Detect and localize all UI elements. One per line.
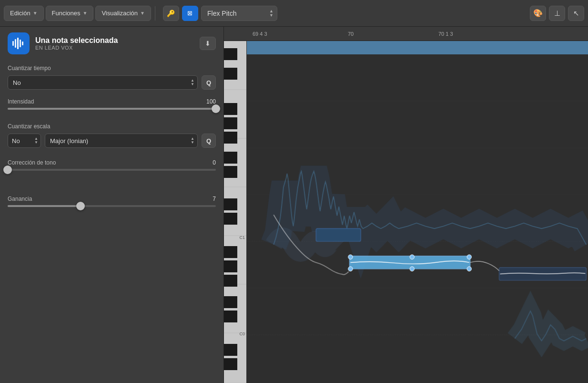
funciones-menu[interactable]: Funciones ▼	[46, 6, 94, 21]
svg-rect-2	[17, 38, 19, 49]
svg-rect-4	[22, 41, 23, 45]
intensidad-slider[interactable]	[8, 108, 216, 110]
piano-wave-area: C1 C0	[224, 41, 588, 383]
waveform-area[interactable]	[247, 41, 588, 383]
svg-rect-19	[224, 152, 237, 164]
flex-mode-btn[interactable]: ⊠	[182, 6, 198, 21]
pitch-block-1	[316, 228, 361, 241]
correccion-thumb[interactable]	[3, 166, 12, 174]
key-icon: 🔑	[167, 10, 175, 17]
ganancia-slider[interactable]	[8, 205, 216, 207]
ruler-mark-1: 70	[348, 31, 354, 37]
panel-header: Una nota seleccionada en LEAD VOX ⬇	[8, 32, 216, 54]
cuantizar-escala-label: Cuantizar escala	[8, 123, 216, 130]
top-toolbar: Edición ▼ Funciones ▼ Visualización ▼ 🔑 …	[0, 0, 588, 27]
correccion-label: Corrección de tono	[8, 159, 56, 166]
svg-rect-22	[224, 213, 237, 225]
svg-rect-26	[224, 296, 237, 308]
flex-pitch-select[interactable]: Flex Pitch	[201, 6, 277, 21]
cuantizar-tiempo-wrapper: No ▲▼	[8, 75, 198, 90]
scale-type-select[interactable]: Major (Ionian)	[45, 134, 198, 148]
flex-pitch-wrapper: Flex Pitch ▲▼	[201, 6, 277, 21]
edicion-label: Edición	[10, 10, 30, 17]
q-button-tiempo[interactable]: Q	[202, 75, 216, 90]
waveform-main-svg	[247, 54, 588, 383]
control-dot-3	[467, 255, 471, 259]
control-dot-4	[348, 267, 353, 271]
ruler-label-0: 69 4 3	[253, 31, 267, 37]
scale-row: No ▲▼ Major (Ionian) ▲▼ Q	[8, 134, 216, 148]
svg-rect-27	[224, 311, 237, 322]
intensidad-label: Intensidad	[8, 98, 34, 105]
cuantizar-tiempo-select[interactable]: No	[8, 75, 198, 90]
piano-keyboard: C1 C0	[224, 41, 247, 383]
control-dot-5	[410, 267, 414, 271]
funciones-label: Funciones	[52, 10, 81, 17]
visualizacion-chevron: ▼	[140, 10, 145, 16]
svg-rect-28	[224, 344, 237, 356]
ruler-label-1: 70	[348, 31, 354, 37]
scale-type-wrapper: Major (Ionian) ▲▼	[45, 134, 198, 148]
visualizacion-label: Visualización	[101, 10, 138, 17]
control-dot-6	[467, 267, 471, 271]
toolbar-right: 🎨 ⊥ ↖	[530, 6, 584, 21]
left-panel: Una nota seleccionada en LEAD VOX ⬇ Cuan…	[0, 27, 224, 383]
correccion-slider[interactable]	[8, 169, 216, 171]
correccion-label-row: Corrección de tono 0	[8, 159, 216, 166]
correccion-section: Corrección de tono 0	[8, 159, 216, 171]
main-content: Una nota seleccionada en LEAD VOX ⬇ Cuan…	[0, 27, 588, 383]
svg-rect-16	[224, 103, 237, 115]
ruler-mark-0: 69 4 3	[253, 31, 267, 37]
correccion-value: 0	[213, 159, 216, 166]
q-button-escala[interactable]: Q	[202, 134, 216, 148]
svg-rect-17	[224, 117, 237, 129]
ganancia-label: Ganancia	[8, 196, 32, 202]
ganancia-label-row: Ganancia 7	[8, 196, 216, 202]
ganancia-thumb[interactable]	[76, 202, 85, 210]
edicion-chevron: ▼	[33, 10, 38, 16]
ruler-label-2: 70 1 3	[438, 31, 453, 37]
region-bar	[247, 41, 588, 54]
cuantizar-escala-section: Cuantizar escala No ▲▼ Major (Ionian) ▲▼…	[8, 121, 216, 148]
svg-rect-24	[224, 260, 237, 272]
control-dot-1	[348, 255, 353, 259]
key-icon-btn[interactable]: 🔑	[163, 6, 179, 21]
svg-rect-25	[224, 275, 237, 287]
edicion-menu[interactable]: Edición ▼	[4, 6, 44, 21]
svg-rect-29	[224, 358, 237, 370]
svg-rect-3	[20, 40, 21, 47]
cursor-icon: ↖	[573, 9, 579, 18]
intensidad-value: 100	[206, 98, 216, 105]
palette-icon: 🎨	[533, 9, 543, 18]
svg-rect-14	[224, 48, 237, 60]
panel-title: Una nota seleccionada	[35, 36, 118, 45]
split-icon: ⊥	[554, 9, 560, 18]
cuantizar-tiempo-label: Cuantizar tiempo	[8, 65, 216, 72]
cuantizar-tiempo-section: Cuantizar tiempo No ▲▼ Q	[8, 63, 216, 98]
piano-svg: C1 C0	[224, 41, 247, 383]
intensidad-label-row: Intensidad 100	[8, 98, 216, 105]
quantize-time-row: No ▲▼ Q	[8, 75, 216, 90]
download-button[interactable]: ⬇	[200, 37, 216, 50]
flex-pitch-group: 🔑 ⊠ Flex Pitch ▲▼	[163, 6, 277, 21]
funciones-chevron: ▼	[83, 10, 88, 16]
scale-no-select[interactable]: No	[8, 134, 41, 148]
c1-label: C1	[239, 235, 245, 240]
flex-icon: ⊠	[187, 10, 193, 17]
svg-rect-21	[224, 198, 237, 210]
svg-rect-20	[224, 166, 237, 178]
intensidad-thumb[interactable]	[212, 104, 220, 113]
timeline-ruler: 69 4 3 70 70 1 3	[224, 27, 588, 41]
cursor-icon-btn[interactable]: ↖	[568, 6, 584, 21]
split-icon-btn[interactable]: ⊥	[549, 6, 565, 21]
palette-icon-btn[interactable]: 🎨	[530, 6, 546, 21]
svg-rect-0	[12, 41, 14, 46]
right-panel: 69 4 3 70 70 1 3	[224, 27, 588, 383]
c0-label: C0	[239, 331, 245, 336]
waveform-canvas	[247, 54, 588, 383]
visualizacion-menu[interactable]: Visualización ▼	[95, 6, 151, 21]
panel-subtitle: en LEAD VOX	[35, 45, 118, 51]
waveform-icon	[8, 32, 30, 54]
scale-no-wrapper: No ▲▼	[8, 134, 41, 148]
intensidad-section: Intensidad 100	[8, 98, 216, 110]
